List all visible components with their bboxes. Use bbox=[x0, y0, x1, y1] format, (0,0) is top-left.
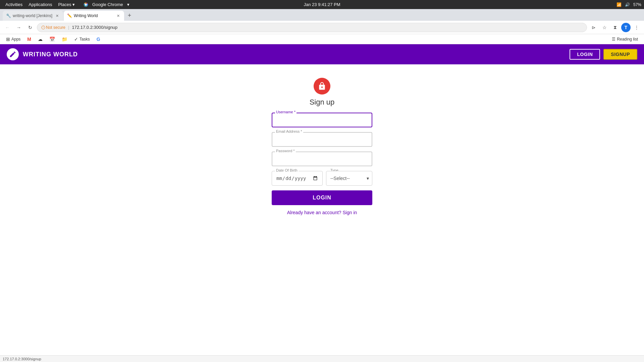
email-input[interactable] bbox=[272, 132, 372, 147]
type-select-wrapper: --Select-- Reader Writer Both bbox=[326, 171, 372, 186]
reading-list-button[interactable]: ☰ Reading list bbox=[609, 36, 641, 43]
chrome-toolbar-right: ⊳ ☆ ⧗ T ⋮ bbox=[589, 23, 641, 32]
navbar-login-button[interactable]: LOGIN bbox=[570, 49, 600, 60]
bookmark-apps[interactable]: ⊞ Apps bbox=[3, 36, 23, 43]
dob-input[interactable] bbox=[272, 171, 323, 186]
chrome-bookmarks-bar: ⊞ Apps M ☁ 📅 📁 ✓ Tasks G ☰ Reading list bbox=[0, 34, 644, 44]
bookmark-google[interactable]: G bbox=[94, 36, 103, 43]
address-text: 172.17.0.2:3000/signup bbox=[72, 25, 583, 30]
app-title: WRITING WORLD bbox=[23, 51, 78, 58]
tab-writing-world[interactable]: ✏️ Writing World ✕ bbox=[64, 11, 124, 21]
reading-list-label: Reading list bbox=[617, 37, 638, 42]
tab-jenkins[interactable]: 🔧 writing-world [Jenkins] ✕ bbox=[3, 11, 63, 21]
tab-close-jenkins[interactable]: ✕ bbox=[54, 13, 60, 18]
activities-menu[interactable]: Activities bbox=[3, 1, 25, 8]
back-button[interactable]: ← bbox=[3, 23, 12, 32]
bookmark-gmail[interactable]: M bbox=[24, 36, 34, 43]
app-navbar-actions: LOGIN SIGNUP bbox=[570, 49, 637, 60]
type-field: Type --Select-- Reader Writer Both bbox=[326, 171, 372, 186]
bookmark-button[interactable]: ☆ bbox=[600, 23, 609, 32]
google-icon: G bbox=[97, 37, 100, 42]
bookmark5-icon: 📁 bbox=[62, 37, 67, 42]
email-field: Email Address * bbox=[272, 132, 372, 147]
chrome-statusbar: 172.17.0.2:3000/signup bbox=[0, 355, 644, 362]
google-chrome-menu[interactable]: Google Chrome ▾ bbox=[78, 0, 135, 9]
tab-favicon-writing-world: ✏️ bbox=[67, 13, 72, 18]
app-logo bbox=[7, 48, 19, 60]
os-topbar: Activities Applications Places ▾ Google … bbox=[0, 0, 644, 9]
bookmark-3[interactable]: ☁ bbox=[35, 36, 45, 43]
statusbar-url: 172.17.0.2:3000/signup bbox=[3, 357, 41, 361]
volume-icon: 🔊 bbox=[625, 2, 630, 7]
bookmark3-icon: ☁ bbox=[38, 37, 43, 42]
apps-label: Apps bbox=[11, 37, 20, 42]
apps-icon: ⊞ bbox=[6, 37, 10, 42]
new-tab-button[interactable]: + bbox=[125, 11, 134, 20]
bookmark-4[interactable]: 📅 bbox=[47, 36, 58, 43]
os-topbar-left: Activities Applications Places ▾ Google … bbox=[3, 0, 135, 9]
tab-title-writing-world: Writing World bbox=[74, 13, 113, 18]
chrome-tabbar: 🔧 writing-world [Jenkins] ✕ ✏️ Writing W… bbox=[0, 9, 644, 21]
forward-button[interactable]: → bbox=[14, 23, 23, 32]
bookmark-tasks[interactable]: ✓ Tasks bbox=[71, 36, 93, 43]
chrome-toolbar: ← → ↻ Not secure | 172.17.0.2:3000/signu… bbox=[0, 21, 644, 34]
lock-icon-circle bbox=[314, 78, 330, 95]
os-datetime: Jan 23 9:41:27 PM bbox=[304, 2, 340, 7]
signin-link[interactable]: Already have an account? Sign in bbox=[287, 210, 357, 215]
password-label: Password * bbox=[275, 149, 296, 153]
lock-icon bbox=[318, 82, 326, 90]
app-brand: WRITING WORLD bbox=[7, 48, 78, 60]
applications-menu[interactable]: Applications bbox=[26, 1, 55, 8]
extensions-button[interactable]: ⧗ bbox=[610, 23, 620, 32]
password-input[interactable] bbox=[272, 152, 372, 166]
tab-close-writing-world[interactable]: ✕ bbox=[115, 13, 121, 18]
tasks-icon: ✓ bbox=[74, 37, 78, 42]
address-bar[interactable]: Not secure | 172.17.0.2:3000/signup bbox=[37, 23, 587, 32]
network-icon: 📶 bbox=[616, 2, 622, 7]
signup-submit-button[interactable]: LOGIN bbox=[272, 190, 372, 205]
type-select[interactable]: --Select-- Reader Writer Both bbox=[326, 171, 372, 186]
username-field: Username * bbox=[272, 113, 372, 127]
app-navbar: WRITING WORLD LOGIN SIGNUP bbox=[0, 44, 644, 64]
email-label: Email Address * bbox=[275, 129, 303, 133]
cast-button[interactable]: ⊳ bbox=[589, 23, 598, 32]
security-indicator: Not secure bbox=[41, 25, 65, 30]
username-label: Username * bbox=[275, 110, 297, 114]
reading-list-icon: ☰ bbox=[612, 37, 615, 42]
more-button[interactable]: ⋮ bbox=[632, 23, 641, 32]
page-content: Sign up Username * Email Address * Passw… bbox=[0, 64, 644, 355]
tasks-label: Tasks bbox=[79, 37, 90, 42]
dob-label: Date Of Birth bbox=[275, 168, 299, 172]
signup-title: Sign up bbox=[310, 98, 335, 107]
username-input[interactable] bbox=[272, 113, 372, 127]
chrome-window: 🔧 writing-world [Jenkins] ✕ ✏️ Writing W… bbox=[0, 9, 644, 362]
profile-avatar[interactable]: T bbox=[621, 23, 631, 32]
bookmark-5[interactable]: 📁 bbox=[59, 36, 70, 43]
tab-favicon-jenkins: 🔧 bbox=[6, 13, 11, 18]
dob-type-row: Date Of Birth Type --Select-- Reader Wri… bbox=[272, 171, 372, 186]
app-content: WRITING WORLD LOGIN SIGNUP Sign up bbox=[0, 44, 644, 362]
gmail-icon: M bbox=[27, 37, 31, 42]
dob-field: Date Of Birth bbox=[272, 171, 323, 186]
signup-card: Sign up Username * Email Address * Passw… bbox=[272, 78, 372, 215]
navbar-signup-button[interactable]: SIGNUP bbox=[603, 49, 637, 60]
bookmark4-icon: 📅 bbox=[49, 37, 55, 42]
tab-title-jenkins: writing-world [Jenkins] bbox=[13, 13, 52, 18]
password-field: Password * bbox=[272, 152, 372, 166]
reload-button[interactable]: ↻ bbox=[25, 23, 35, 32]
battery-indicator: 57% bbox=[633, 2, 641, 7]
places-menu[interactable]: Places ▾ bbox=[55, 1, 77, 8]
os-topbar-right: 📶 🔊 57% bbox=[616, 2, 641, 7]
svg-point-1 bbox=[85, 4, 87, 6]
